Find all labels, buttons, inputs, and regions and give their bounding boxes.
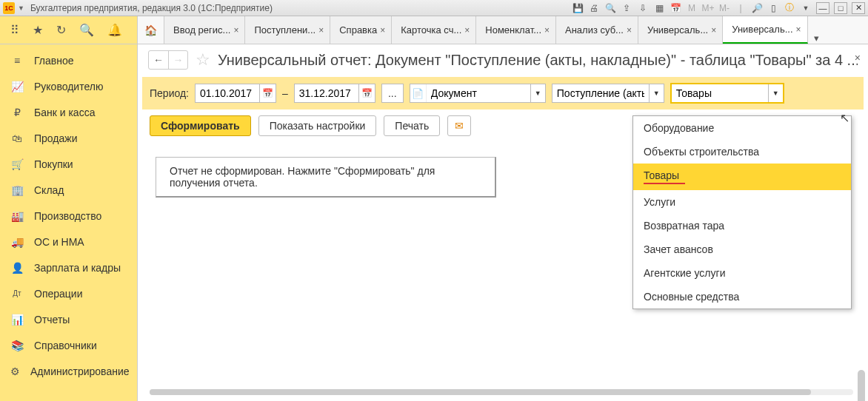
sidebar-item-otchety[interactable]: 📊Отчеты [0, 306, 137, 332]
calendar-icon[interactable]: 📅 [358, 84, 375, 102]
tab-universal-1[interactable]: Универсаль...× [638, 16, 723, 44]
sidebar-item-operatsii[interactable]: ДтОперации [0, 280, 137, 306]
window-titlebar: 1C ▼ Бухгалтерия предприятия, редакция 3… [0, 0, 868, 16]
print-icon[interactable]: 🖨 [588, 2, 600, 14]
tab-vvod-regis[interactable]: Ввод регис...× [164, 16, 245, 44]
info-dropdown-icon[interactable]: ▼ [800, 2, 812, 14]
source-type-combo[interactable]: 📄 ▼ [410, 84, 546, 103]
dropdown-option-tara[interactable]: Возвратная тара [633, 214, 851, 237]
window-maximize-button[interactable]: □ [834, 2, 847, 14]
sales-icon: 🛍 [10, 132, 24, 144]
tab-universal-2[interactable]: Универсаль...× [723, 16, 807, 44]
toolbar-left: ⠿ ★ ↻ 🔍 🔔 [0, 16, 138, 44]
sidebar-item-label: Справочники [34, 340, 97, 351]
upload-icon[interactable]: ⇪ [621, 2, 632, 14]
period-select-button[interactable]: ... [381, 84, 404, 103]
dropdown-option-uslugi[interactable]: Услуги [633, 190, 851, 214]
tab-close-icon[interactable]: × [233, 25, 238, 36]
email-button[interactable]: ✉ [447, 115, 471, 136]
sidebar-item-admin[interactable]: ⚙Администрирование [0, 358, 137, 384]
search-icon[interactable]: 🔍 [604, 2, 616, 14]
tab-analiz[interactable]: Анализ суб...× [556, 16, 638, 44]
source-input[interactable] [552, 87, 649, 99]
dropdown-option-agentskie[interactable]: Агентские услуги [633, 261, 851, 285]
horizontal-scrollbar[interactable] [150, 389, 853, 398]
mem-m-icon[interactable]: M [686, 2, 698, 14]
favorite-star-icon[interactable]: ☆ [196, 50, 210, 70]
calendar-icon[interactable]: 📅 [670, 2, 681, 14]
sidebar-item-os-nma[interactable]: 🚚ОС и НМА [0, 229, 137, 255]
tab-close-icon[interactable]: × [464, 25, 470, 36]
sidebar-item-bank[interactable]: ₽Банк и касса [0, 99, 137, 125]
vertical-scrollbar[interactable] [856, 104, 867, 386]
bars-icon: 📊 [10, 314, 24, 326]
panels-icon[interactable]: ▯ [767, 2, 779, 14]
tab-close-icon[interactable]: × [627, 25, 632, 36]
content-header: ← → ☆ Универсальный отчет: Документ "Пос… [138, 44, 868, 77]
grid-icon[interactable]: ▦ [653, 2, 665, 14]
scrollbar-thumb[interactable] [858, 370, 865, 401]
tab-label: Карточка сч... [401, 24, 461, 36]
download-icon[interactable]: ⇩ [637, 2, 649, 14]
window-minimize-button[interactable]: — [816, 2, 829, 14]
tab-postupleni[interactable]: Поступлени...× [245, 16, 330, 44]
tab-close-icon[interactable]: × [796, 24, 801, 35]
tab-spravka[interactable]: Справка× [330, 16, 392, 44]
mem-mplus-icon[interactable]: M+ [702, 2, 714, 14]
tab-nomenklat[interactable]: Номенклат...× [476, 16, 556, 44]
nav-back-button[interactable]: ← [149, 51, 168, 69]
zoom-icon[interactable]: 🔎 [751, 2, 763, 14]
dropdown-option-zachet[interactable]: Зачет авансов [633, 237, 851, 261]
sidebar-item-rukovoditelyu[interactable]: 📈Руководителю [0, 73, 137, 99]
chevron-down-icon[interactable]: ▼ [649, 84, 664, 102]
app-menu-dropdown[interactable]: ▼ [18, 4, 24, 12]
sidebar-item-glavnoe[interactable]: ≡Главное [0, 47, 137, 73]
info-icon[interactable]: ⓘ [784, 2, 795, 14]
ruble-icon: ₽ [10, 107, 24, 118]
print-button[interactable]: Печать [384, 115, 440, 136]
favorite-icon[interactable]: ★ [33, 23, 43, 37]
dropdown-option-oborudovanie[interactable]: Оборудование [633, 116, 851, 140]
sidebar-item-sklad[interactable]: 🏢Склад [0, 177, 137, 203]
nav-forward-button[interactable]: → [168, 51, 187, 69]
tab-close-icon[interactable]: × [318, 25, 324, 36]
period-to-input[interactable] [295, 87, 358, 99]
chevron-down-icon[interactable]: ▼ [530, 84, 545, 102]
dropdown-option-osnovnye[interactable]: Основные средства [633, 285, 851, 309]
save-icon[interactable]: 💾 [572, 2, 584, 14]
apps-icon[interactable]: ⠿ [10, 23, 19, 37]
warehouse-icon: 🏢 [10, 184, 24, 196]
sidebar-item-spravochniki[interactable]: 📚Справочники [0, 332, 137, 358]
mem-mminus-icon[interactable]: M- [718, 2, 730, 14]
generate-button[interactable]: Сформировать [150, 115, 251, 136]
sidebar-item-proizvodstvo[interactable]: 🏭Производство [0, 203, 137, 229]
window-close-button[interactable]: ✕ [852, 2, 865, 14]
dropdown-option-obekty[interactable]: Объекты строительства [633, 140, 851, 164]
table-input[interactable] [672, 87, 768, 99]
sidebar-item-pokupki[interactable]: 🛒Покупки [0, 151, 137, 177]
history-icon[interactable]: ↻ [56, 23, 66, 37]
search-icon[interactable]: 🔍 [79, 23, 94, 37]
tab-label: Поступлени... [254, 24, 316, 36]
chevron-down-icon[interactable]: ▼ [768, 84, 783, 102]
period-from-field[interactable]: 📅 [195, 84, 276, 103]
period-from-input[interactable] [196, 87, 259, 99]
tabs-overflow-icon[interactable]: ▾ [808, 33, 826, 44]
scrollbar-thumb[interactable] [150, 389, 811, 395]
show-settings-button[interactable]: Показать настройки [258, 115, 377, 136]
calendar-icon[interactable]: 📅 [259, 84, 276, 102]
sidebar-item-zarplata[interactable]: 👤Зарплата и кадры [0, 255, 137, 280]
dropdown-option-tovary[interactable]: Товары [633, 164, 851, 190]
tab-close-icon[interactable]: × [544, 25, 550, 36]
source-type-input[interactable] [427, 87, 530, 99]
tab-kartochka[interactable]: Карточка сч...× [392, 16, 476, 44]
home-tab[interactable]: 🏠 [138, 16, 164, 44]
tab-close-icon[interactable]: × [380, 25, 385, 36]
notifications-icon[interactable]: 🔔 [107, 23, 122, 37]
source-combo[interactable]: ▼ [552, 84, 664, 103]
page-close-icon[interactable]: × [855, 52, 861, 64]
sidebar-item-prodazhi[interactable]: 🛍Продажи [0, 125, 137, 151]
period-to-field[interactable]: 📅 [294, 84, 375, 103]
tab-close-icon[interactable]: × [711, 25, 716, 36]
table-combo[interactable]: ▼ [670, 83, 784, 104]
